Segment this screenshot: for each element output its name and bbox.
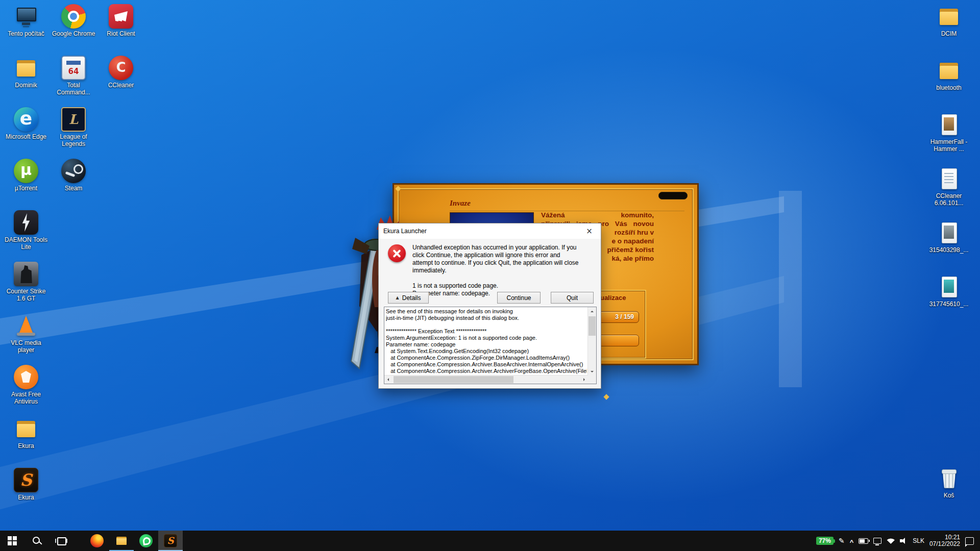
thispc-icon <box>14 4 38 29</box>
desktop-icon-315403298[interactable]: 315403298_... <box>926 220 972 254</box>
desktop-icon-vlc-media-player[interactable]: VLC media player <box>3 313 49 354</box>
desktop-icon-label: HammerFall - Hammer ... <box>926 138 972 153</box>
taskbar-file-explorer-button[interactable] <box>109 531 134 551</box>
dialog-titlebar[interactable]: Ekura Launcher × <box>379 223 601 239</box>
desktop-icon-daemon-tools-lite[interactable]: DAEMON Tools Lite <box>3 210 49 251</box>
error-dialog: Ekura Launcher × Unhandled exception has… <box>378 223 601 389</box>
details-button[interactable]: ▲ Details <box>388 292 429 304</box>
scroll-right-icon[interactable] <box>580 375 588 384</box>
taskbar-firefox-button[interactable] <box>85 531 109 551</box>
taskbar-search-button[interactable] <box>24 531 49 551</box>
close-icon[interactable]: × <box>578 223 601 239</box>
desktop-icon-ccleaner-6-06-101[interactable]: CCleaner 6.06.101... <box>926 166 972 207</box>
desktop-icon-microsoft-edge[interactable]: Microsoft Edge <box>3 107 49 140</box>
desktop-icon-label: Dominik <box>3 82 49 89</box>
desktop-icon-bluetooth[interactable]: bluetooth <box>926 58 972 91</box>
ekura-icon <box>164 534 177 547</box>
desktop-icon-label: Total Command... <box>51 82 96 96</box>
desktop-icon-label: Steam <box>51 185 96 192</box>
desktop-icon-label: Riot Client <box>98 30 144 37</box>
dialog-error-line: 1 is not a supported code page. <box>412 282 581 290</box>
taskbar-task-view-button[interactable] <box>49 531 74 551</box>
action-center-icon[interactable] <box>965 537 974 545</box>
img-teal-icon <box>937 274 961 299</box>
desktop-icon-total-command[interactable]: Total Command... <box>51 56 96 96</box>
desktop-icon-ccleaner[interactable]: CCleaner <box>98 56 144 89</box>
network-icon[interactable] <box>873 538 881 544</box>
desktop-icon-label: Microsoft Edge <box>3 133 49 140</box>
cs-icon <box>14 262 38 286</box>
desktop-icon-317745610[interactable]: 317745610_... <box>926 274 972 308</box>
continue-button[interactable]: Continue <box>497 292 541 304</box>
details-panel: See the end of this message for details … <box>384 307 597 384</box>
volume-icon[interactable] <box>900 538 908 544</box>
taskbar-ekura-button[interactable] <box>158 531 183 551</box>
desktop-icon-dcim[interactable]: DCIM <box>926 4 972 37</box>
desktop-icon-label: DAEMON Tools Lite <box>3 236 49 251</box>
desktop-icon-label: Avast Free Antivirus <box>3 391 49 405</box>
desktop-icon-hammerfall-hammer[interactable]: HammerFall - Hammer ... <box>926 112 972 153</box>
battery-icon[interactable] <box>859 538 868 544</box>
scroll-down-icon[interactable] <box>588 367 596 375</box>
clock[interactable]: 10:21 07/12/2022 <box>929 534 960 547</box>
firefox-icon <box>90 534 104 547</box>
desktop-icon-riot-client[interactable]: Riot Client <box>98 4 144 37</box>
language-indicator[interactable]: SLK <box>913 537 924 544</box>
desktop-icon-google-chrome[interactable]: Google Chrome <box>51 4 96 37</box>
desktop-icon-label: VLC media player <box>3 339 49 354</box>
chrome-icon <box>61 4 86 29</box>
quit-button[interactable]: Quit <box>551 292 594 304</box>
desktop-icon-torrent[interactable]: µTorrent <box>3 159 49 192</box>
desktop-icon-avast-free-antivirus[interactable]: Avast Free Antivirus <box>3 365 49 405</box>
desktop-icon-label: µTorrent <box>3 185 49 192</box>
desktop-icon-ekura[interactable]: Ekura <box>3 468 49 501</box>
wifi-icon[interactable] <box>887 538 895 544</box>
steam-icon <box>61 159 86 183</box>
launcher-news-title: Invaze <box>450 199 471 208</box>
hidden-icons-chevron-icon[interactable]: ^ <box>850 538 854 546</box>
desktop-icon-label: Tento počítač <box>3 30 49 37</box>
taskview-icon <box>55 534 68 547</box>
vertical-scrollbar[interactable] <box>587 307 596 375</box>
news-text-line: Vážená komunito, <box>541 211 654 219</box>
desktop-icon-label: Ekura <box>3 442 49 449</box>
dialog-message-text: Unhandled exception has occurred in your… <box>412 244 581 274</box>
ekura-icon <box>14 468 38 492</box>
desktop-icon-label: 317745610_... <box>926 300 972 308</box>
desktop-icon-recycle-bin[interactable]: Koš <box>926 466 972 499</box>
folder-icon <box>937 4 961 29</box>
stylus-icon[interactable]: ✎ <box>839 537 845 545</box>
utorrent-icon <box>14 159 38 183</box>
dialog-title: Ekura Launcher <box>379 228 578 235</box>
error-icon <box>388 244 406 262</box>
taskbar: 77% ✎ ^ SLK 10:21 07/12/2022 <box>0 531 980 551</box>
battery-percentage-badge[interactable]: 77% <box>816 537 834 545</box>
scrollbar-thumb[interactable] <box>589 316 596 336</box>
taskbar-whatsapp-button[interactable] <box>134 531 158 551</box>
img-gray-icon <box>937 220 961 245</box>
lol-icon <box>61 107 86 132</box>
scroll-left-icon[interactable] <box>384 375 393 384</box>
desktop-icon-dominik[interactable]: Dominik <box>3 56 49 89</box>
desktop-root: Tento počítačGoogle ChromeRiot ClientDom… <box>0 0 980 551</box>
avast-icon <box>14 365 38 389</box>
vlc-icon <box>14 313 38 338</box>
desktop-icon-label: Google Chrome <box>51 30 96 37</box>
desktop-icon-steam[interactable]: Steam <box>51 159 96 192</box>
desktop-icon-ekura[interactable]: Ekura <box>3 416 49 449</box>
desktop-icon-label: League of Legends <box>51 133 96 147</box>
desktop-icon-label: Ekura <box>3 494 49 501</box>
horizontal-scrollbar[interactable] <box>384 375 588 384</box>
scroll-up-icon[interactable] <box>588 307 596 315</box>
scrollbar-thumb[interactable] <box>394 376 513 383</box>
user-folder-icon <box>14 56 38 80</box>
desktop-icon-tento-po-ta[interactable]: Tento počítač <box>3 4 49 37</box>
daemon-icon <box>14 210 38 235</box>
taskbar-start-button[interactable] <box>0 531 24 551</box>
desktop-icon-league-of-legends[interactable]: League of Legends <box>51 107 96 147</box>
launcher-minimize-button[interactable] <box>658 192 688 199</box>
folder-icon <box>14 416 38 441</box>
collapse-arrow-icon: ▲ <box>396 295 399 300</box>
desktop-icon-counter-strike-1-6-gt[interactable]: Counter Strike 1.6 GT <box>3 262 49 302</box>
progress-count: 3 / 159 <box>615 313 634 320</box>
